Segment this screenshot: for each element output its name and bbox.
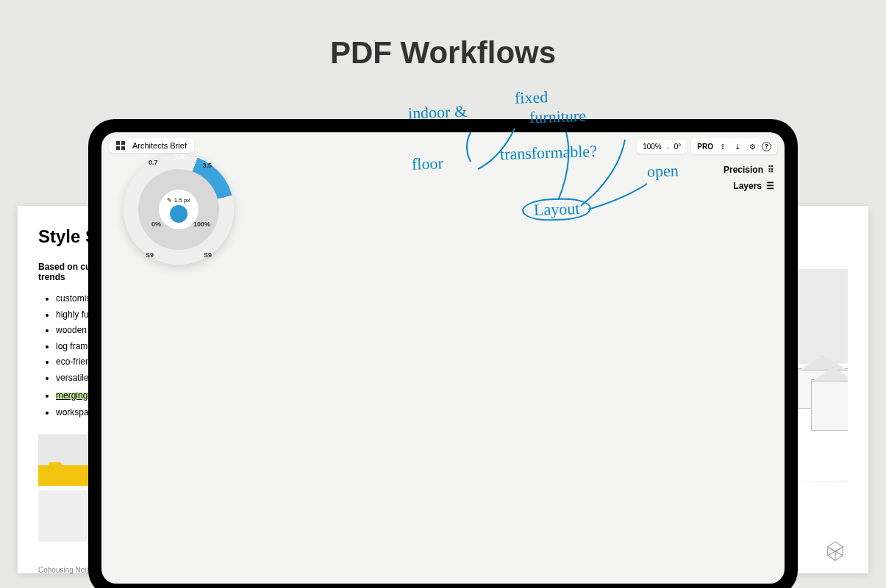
pro-badge[interactable]: PRO xyxy=(697,143,713,151)
gallery-icon[interactable] xyxy=(116,141,125,150)
tablet-screen: Architects Brief 100% ▵ 0° PRO ⇧ ⤓ ⚙ ? P… xyxy=(101,132,785,584)
radial-tool[interactable]: ✎ 1.5 px 0.7 1.5 3.5 0% 100% S9 S9 xyxy=(124,154,234,265)
radial-0pct: 0% xyxy=(151,220,161,228)
zoom-value: 100% xyxy=(643,143,662,151)
radial-inner[interactable]: ✎ 1.5 px xyxy=(159,190,199,229)
layers-label: Layers xyxy=(733,181,762,191)
help-icon[interactable]: ? xyxy=(762,142,771,151)
zoom-angle-pill[interactable]: 100% ▵ 0° xyxy=(637,140,687,154)
side-panel-labels: Precision ⠿ Layers ☰ xyxy=(724,165,774,191)
angle-value: 0° xyxy=(674,143,682,151)
layers-toggle[interactable]: Layers ☰ xyxy=(733,181,774,191)
precision-toggle[interactable]: Precision ⠿ xyxy=(724,165,774,175)
radial-15: 1.5 xyxy=(175,153,185,160)
top-right-controls: 100% ▵ 0° PRO ⇧ ⤓ ⚙ ? xyxy=(637,138,777,154)
tablet-frame: Architects Brief 100% ▵ 0° PRO ⇧ ⤓ ⚙ ? P… xyxy=(88,119,798,588)
radial-100pct: 100% xyxy=(193,220,210,228)
precision-grid-icon: ⠿ xyxy=(768,165,774,175)
page-headline: PDF Workflows xyxy=(0,0,886,71)
radial-07: 0.7 xyxy=(149,159,158,166)
radial-s-left: S9 xyxy=(146,251,154,259)
radial-s-right: S9 xyxy=(204,251,212,259)
project-name[interactable]: Architects Brief xyxy=(132,141,187,150)
hw-fixed: fixed xyxy=(515,87,549,108)
download-icon[interactable]: ⤓ xyxy=(732,141,743,151)
brush-size-value: 1.5 px xyxy=(174,197,190,204)
gear-icon[interactable]: ⚙ xyxy=(747,141,757,151)
layers-icon: ☰ xyxy=(766,181,774,191)
pro-actions: PRO ⇧ ⤓ ⚙ ? xyxy=(691,138,777,154)
radial-35: 3.5 xyxy=(202,162,212,169)
precision-label: Precision xyxy=(724,165,763,175)
app-toolbar: Architects Brief xyxy=(109,138,194,153)
radial-knob[interactable] xyxy=(170,205,187,223)
cube-logo-icon xyxy=(823,538,848,563)
upload-icon[interactable]: ⇧ xyxy=(718,141,728,151)
